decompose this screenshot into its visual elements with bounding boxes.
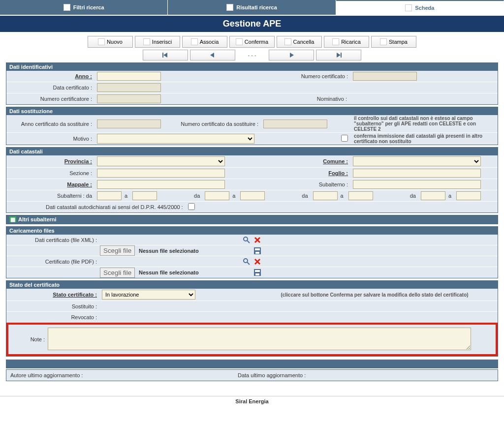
footer-text: Siral Energia [0, 396, 504, 406]
provincia-select[interactable] [97, 156, 225, 166]
search-icon[interactable] [243, 258, 251, 266]
confirm-checkbox[interactable] [341, 135, 348, 142]
note-textarea[interactable] [48, 328, 471, 350]
label-subs: Subalterni : da [6, 192, 95, 200]
tab-filtri[interactable]: Filtri ricerca [0, 0, 168, 15]
section-header[interactable]: ▦Altri subalterni [6, 215, 498, 224]
tab-label: Risultati ricerca [236, 4, 277, 10]
label-a: a [447, 192, 454, 200]
expand-icon: ▦ [9, 216, 16, 222]
document-icon [63, 4, 70, 11]
label-xml: Dati certificato (file XML) : [6, 236, 100, 244]
hint-text: (cliccare sul bottone Conferma per salva… [252, 292, 498, 298]
sub-da-4[interactable] [421, 191, 445, 200]
label-annos: Anno certificato da sostituire : [6, 120, 95, 128]
label-mapp: Mappale : [6, 180, 95, 188]
delete-icon[interactable] [253, 258, 261, 266]
search-icon[interactable] [243, 236, 251, 244]
sub-da-3[interactable] [313, 191, 338, 200]
label-da: da [301, 192, 311, 200]
label-sub: Subalterno : [292, 180, 351, 188]
sub-a-2[interactable] [240, 191, 265, 200]
assoc-button[interactable]: Associa [182, 36, 227, 48]
nav-next-button[interactable] [269, 50, 314, 60]
label-stato: Stato certificato : [6, 291, 100, 299]
motivo-select[interactable] [97, 134, 254, 144]
page-title: Gestione APE [0, 16, 504, 32]
nums-input [263, 120, 327, 128]
delete-icon[interactable] [253, 236, 261, 244]
svg-point-0 [244, 237, 248, 241]
svg-line-1 [247, 241, 250, 243]
section-header: Dati sostituzione [6, 107, 498, 115]
document-icon [380, 38, 387, 45]
choose-file-button[interactable]: Scegli file [100, 245, 135, 256]
svg-point-5 [244, 259, 248, 263]
nav-first-button[interactable] [143, 50, 188, 60]
label-pdf: Certificato (file PDF) : [6, 258, 100, 266]
label-sez: Sezione : [6, 169, 95, 177]
label-revo: Revocato : [6, 313, 100, 321]
annos-input [97, 120, 161, 128]
document-icon [332, 38, 339, 45]
document-icon [236, 38, 243, 45]
file-status: Nessun file selezionato [135, 269, 202, 276]
stato-select[interactable]: In lavorazione [102, 290, 195, 300]
mappale-input[interactable] [97, 180, 225, 189]
label-nums: Numero certificato da sostituire : [163, 120, 261, 128]
prev-icon [210, 53, 215, 58]
delete-button[interactable]: Cancella [277, 36, 322, 48]
save-icon[interactable] [253, 269, 261, 276]
auto-checkbox[interactable] [188, 203, 195, 210]
sub-da-1[interactable] [97, 191, 122, 200]
sub-a-1[interactable] [132, 191, 157, 200]
nav-last-button[interactable] [316, 50, 361, 60]
svg-rect-4 [255, 252, 259, 254]
next-icon [289, 53, 294, 58]
document-icon [284, 38, 291, 45]
numcertr-input [97, 94, 161, 103]
insert-button[interactable]: Inserisci [135, 36, 180, 48]
label-foglio: Foglio : [292, 169, 351, 177]
svg-rect-3 [255, 248, 260, 250]
label-autore: Autore ultimo aggiornamento : [6, 371, 144, 379]
label-dataagg: Data ultimo aggiornamento : [237, 371, 375, 379]
label-note: Note : [13, 335, 48, 343]
tab-label: Filtri ricerca [73, 4, 104, 10]
subalterno-input[interactable] [353, 180, 481, 189]
print-button[interactable]: Stampa [371, 36, 416, 48]
foglio-input[interactable] [353, 169, 481, 178]
document-icon [143, 38, 150, 45]
document-icon [226, 4, 233, 11]
sub-a-4[interactable] [456, 191, 481, 200]
hint-text: conferma immissione dati catastali già p… [350, 133, 498, 144]
label-a: a [231, 192, 238, 200]
tab-risultati[interactable]: Risultati ricerca [168, 0, 336, 15]
new-button[interactable]: Nuovo [88, 36, 133, 48]
label-nomin: Nominativo : [242, 95, 350, 103]
label-da: da [193, 192, 203, 200]
tab-scheda[interactable]: Scheda [336, 0, 504, 15]
anno-input[interactable] [97, 72, 161, 81]
section-header: Caricamento files [6, 227, 498, 235]
confirm-button[interactable]: Conferma [229, 36, 275, 48]
document-icon [405, 4, 412, 11]
section-header: Dati identificativi [6, 63, 498, 71]
reload-button[interactable]: Ricarica [324, 36, 369, 48]
hint-text: il controllo sui dati catastali non è es… [350, 116, 498, 132]
sub-da-2[interactable] [205, 191, 229, 200]
choose-file-button[interactable]: Scegli file [100, 268, 135, 278]
document-icon [191, 38, 198, 45]
comune-select[interactable] [353, 156, 481, 166]
nav-prev-button[interactable] [190, 50, 235, 60]
section-header: Stato del certificato [6, 281, 498, 289]
label-a: a [124, 192, 130, 200]
numcert-input [353, 72, 417, 81]
label-da: da [409, 192, 419, 200]
tab-label: Scheda [415, 5, 434, 11]
document-icon [98, 38, 105, 45]
label-sost: Sostituito : [6, 302, 100, 310]
sezione-input[interactable] [97, 169, 225, 178]
sub-a-3[interactable] [348, 191, 373, 200]
save-icon[interactable] [253, 247, 261, 255]
